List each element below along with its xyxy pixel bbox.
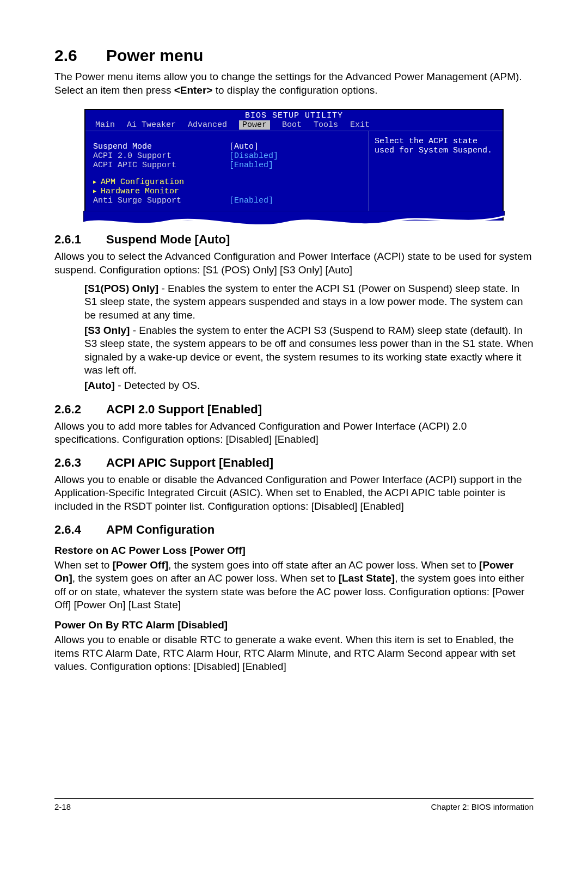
- bios-tab-main: Main: [95, 120, 115, 130]
- sub-body: When set to [Power Off], the system goes…: [54, 559, 534, 612]
- intro-key: <Enter>: [174, 84, 213, 96]
- bios-submenu-hwmon: Hardware Monitor: [93, 187, 363, 196]
- sub-body: Allows you to enable or disable RTC to g…: [54, 633, 534, 673]
- bios-title: BIOS SETUP UTILITY: [85, 110, 503, 120]
- chapter-label: Chapter 2: BIOS information: [431, 802, 534, 811]
- bios-submenu-label: Hardware Monitor: [93, 187, 179, 196]
- bios-submenu-apm: APM Configuration: [93, 178, 363, 187]
- bios-help-pane: Select the ACPI state used for System Su…: [369, 131, 503, 221]
- option-text: - Enables the system to enter the ACPI S…: [84, 325, 534, 376]
- bios-tab-advanced: Advanced: [188, 120, 227, 130]
- footer-rule: [54, 798, 534, 799]
- subsection-number: 2.6.4: [54, 523, 106, 537]
- option-auto: [Auto] - Detected by OS.: [84, 379, 534, 392]
- bios-tabbar: Main Ai Tweaker Advanced Power Boot Tool…: [85, 120, 503, 131]
- bios-row-suspend: Suspend Mode [Auto]: [93, 142, 363, 151]
- sub-heading: Restore on AC Power Loss [Power Off]: [54, 545, 534, 557]
- option-s3: [S3 Only] - Enables the system to enter …: [84, 324, 534, 377]
- bios-label: ACPI 2.0 Support: [93, 151, 229, 161]
- subsection-body: Allows you to enable or disable the Adva…: [54, 473, 534, 513]
- option-text: - Detected by OS.: [115, 380, 200, 391]
- page-number: 2-18: [54, 802, 71, 811]
- bios-value: [Auto]: [229, 142, 259, 151]
- text: , the system goes into off state after a…: [168, 559, 479, 571]
- subsection-title: APM Configuration: [106, 523, 215, 537]
- subsection-title: ACPI 2.0 Support [Enabled]: [106, 402, 262, 417]
- subsection-heading: 2.6.2 ACPI 2.0 Support [Enabled]: [54, 402, 534, 417]
- bios-screenshot: BIOS SETUP UTILITY Main Ai Tweaker Advan…: [84, 109, 504, 221]
- option-key: [Auto]: [84, 380, 115, 391]
- bios-row-acpi20: ACPI 2.0 Support [Disabled]: [93, 151, 363, 161]
- bios-label: Suspend Mode: [93, 142, 229, 151]
- sub-heading: Power On By RTC Alarm [Disabled]: [54, 619, 534, 631]
- intro-text-b: to display the configuration options.: [212, 84, 377, 96]
- section-intro: The Power menu items allow you to change…: [54, 70, 534, 97]
- text: When set to: [54, 559, 113, 571]
- subsection-title: Suspend Mode [Auto]: [106, 233, 230, 247]
- section-title: Power menu: [106, 46, 203, 65]
- subsection-heading: 2.6.3 ACPI APIC Support [Enabled]: [54, 456, 534, 470]
- bios-tab-aitweaker: Ai Tweaker: [127, 120, 176, 130]
- subsection-body: Allows you to add more tables for Advanc…: [54, 420, 534, 447]
- subsection-heading: 2.6.4 APM Configuration: [54, 523, 534, 537]
- bios-tab-exit: Exit: [350, 120, 370, 130]
- subsection-body: Allows you to select the Advanced Config…: [54, 250, 534, 277]
- key: [Last State]: [339, 572, 395, 584]
- subsection-heading: 2.6.1 Suspend Mode [Auto]: [54, 233, 534, 247]
- page-footer: 2-18 Chapter 2: BIOS information: [54, 802, 534, 811]
- bios-tab-tools: Tools: [314, 120, 338, 130]
- bios-label: Anti Surge Support: [93, 196, 229, 205]
- bios-submenu-label: APM Configuration: [93, 178, 184, 187]
- bios-value: [Disabled]: [229, 151, 278, 161]
- subsection-number: 2.6.3: [54, 456, 106, 470]
- option-key: [S3 Only]: [84, 325, 130, 336]
- bios-row-acpiapic: ACPI APIC Support [Enabled]: [93, 161, 363, 170]
- bios-row-antisurge: Anti Surge Support [Enabled]: [93, 196, 363, 205]
- text: , the system goes on after an AC power l…: [72, 572, 339, 584]
- torn-edge: [83, 211, 505, 233]
- subsection-number: 2.6.2: [54, 402, 106, 417]
- section-heading: 2.6 Power menu: [54, 46, 534, 65]
- subsection-number: 2.6.1: [54, 233, 106, 247]
- section-number: 2.6: [54, 46, 106, 65]
- bios-label: ACPI APIC Support: [93, 161, 229, 170]
- option-s1: [S1(POS) Only] - Enables the system to e…: [84, 282, 534, 322]
- bios-tab-power: Power: [239, 120, 270, 130]
- bios-value: [Enabled]: [229, 161, 273, 170]
- bios-help-text: Select the ACPI state used for System Su…: [375, 137, 497, 155]
- bios-left-pane: Suspend Mode [Auto] ACPI 2.0 Support [Di…: [85, 131, 369, 221]
- bios-tab-boot: Boot: [282, 120, 302, 130]
- bios-value: [Enabled]: [229, 196, 273, 205]
- option-key: [S1(POS) Only]: [84, 283, 158, 294]
- subsection-title: ACPI APIC Support [Enabled]: [106, 456, 273, 470]
- key: [Power Off]: [113, 559, 168, 571]
